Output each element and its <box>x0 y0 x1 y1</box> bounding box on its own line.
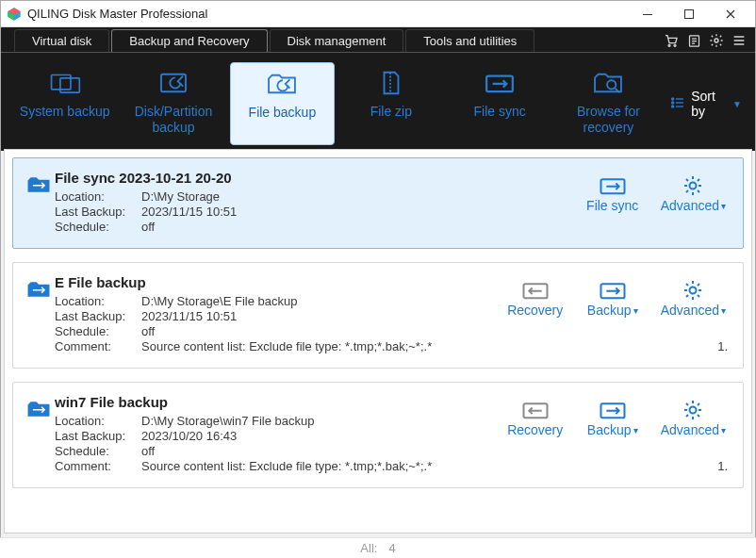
svg-point-5 <box>668 44 670 46</box>
job-card[interactable]: win7 File backup Location:D:\My Storage\… <box>12 382 744 488</box>
window-minimize-button[interactable] <box>627 1 668 27</box>
chevron-down-icon: ▾ <box>633 425 638 435</box>
window-maximize-button[interactable] <box>668 1 710 27</box>
toolbtn-label: File zip <box>370 104 412 120</box>
job-action-advanced[interactable]: Advanced▾ <box>661 278 726 318</box>
browse-recovery-button[interactable]: Browse for recovery <box>556 62 661 145</box>
app-logo-icon <box>7 7 22 22</box>
system-backup-button[interactable]: System backup <box>12 62 117 145</box>
job-card[interactable]: File sync 2023-10-21 20-20 Location:D:\M… <box>12 157 744 249</box>
tab-disk-management[interactable]: Disk management <box>270 29 404 52</box>
location-label: Location: <box>55 189 141 204</box>
advanced-icon <box>682 278 704 303</box>
window-titlebar: QILING Disk Master Professional <box>1 1 755 27</box>
disk-partition-backup-icon <box>157 70 189 96</box>
schedule-label: Schedule: <box>55 444 141 458</box>
job-type-icon <box>26 394 55 474</box>
log-icon[interactable] <box>685 32 702 49</box>
job-type-icon <box>26 170 55 235</box>
job-type-icon <box>26 274 55 354</box>
comment-extra: 1. <box>717 459 728 473</box>
sort-list-icon <box>670 96 685 112</box>
schedule-value: off <box>141 220 728 234</box>
action-label: Backup <box>587 422 632 437</box>
sort-by-button[interactable]: Sort by ▼ <box>668 85 744 123</box>
cart-icon[interactable] <box>663 32 680 49</box>
backup-icon <box>599 398 627 422</box>
sort-by-label: Sort by <box>691 89 727 119</box>
toolbtn-label: File sync <box>474 104 526 120</box>
svg-point-16 <box>672 105 674 107</box>
schedule-label: Schedule: <box>55 324 141 338</box>
file-sync-icon <box>599 173 627 198</box>
tab-virtual-disk[interactable]: Virtual disk <box>14 29 109 52</box>
status-all-label: All: <box>360 541 377 555</box>
job-card[interactable]: E File backup Location:D:\My Storage\E F… <box>12 262 744 369</box>
file-zip-button[interactable]: File zip <box>338 62 443 145</box>
disk-partition-backup-button[interactable]: Disk/Partition backup <box>121 62 225 145</box>
settings-gear-icon[interactable] <box>708 32 725 49</box>
window-close-button[interactable] <box>710 1 751 27</box>
app-chrome: Virtual diskBackup and RecoveryDisk mana… <box>1 27 755 151</box>
job-action-backup[interactable]: Backup▾ <box>583 278 642 318</box>
chevron-down-icon: ▾ <box>721 305 726 316</box>
schedule-label: Schedule: <box>55 220 141 234</box>
job-action-recovery[interactable]: Recovery <box>506 398 565 437</box>
advanced-icon <box>682 173 704 198</box>
svg-point-6 <box>674 44 676 46</box>
location-label: Location: <box>55 294 141 308</box>
file-sync-button[interactable]: File sync <box>447 62 551 145</box>
job-action-file-sync[interactable]: File sync <box>583 173 642 213</box>
job-action-advanced[interactable]: Advanced▾ <box>661 398 726 437</box>
toolbtn-label: File backup <box>249 105 317 121</box>
job-actions: Recovery Backup▾ Advanced▾ <box>506 398 726 437</box>
file-sync-icon <box>484 70 516 96</box>
svg-rect-3 <box>643 14 652 15</box>
last-backup-label: Last Backup: <box>55 205 141 219</box>
recovery-icon <box>521 398 550 422</box>
comment-value: Source content list: Exclude file type: … <box>141 459 714 473</box>
action-label: Recovery <box>507 422 563 437</box>
tabstrip-tools <box>663 29 755 52</box>
browse-recovery-icon <box>592 70 624 96</box>
tab-tools-and-utilities[interactable]: Tools and utilities <box>405 29 534 52</box>
job-action-recovery[interactable]: Recovery <box>506 278 565 318</box>
file-backup-button[interactable]: File backup <box>230 62 335 145</box>
recovery-icon <box>521 278 550 303</box>
backup-icon <box>599 278 627 303</box>
action-label: Backup <box>587 303 632 318</box>
status-count: 4 <box>388 541 395 555</box>
svg-point-18 <box>690 183 697 189</box>
advanced-icon <box>682 398 704 422</box>
window-title: QILING Disk Master Professional <box>27 7 627 21</box>
comment-label: Comment: <box>55 339 141 353</box>
action-label: Advanced <box>661 198 719 213</box>
svg-point-14 <box>672 97 674 99</box>
svg-point-21 <box>690 287 697 294</box>
main-toolbar: System backup Disk/Partition backup File… <box>1 53 755 151</box>
main-tabstrip: Virtual diskBackup and RecoveryDisk mana… <box>1 27 755 52</box>
job-list: File sync 2023-10-21 20-20 Location:D:\M… <box>4 149 752 533</box>
action-label: Advanced <box>661 303 719 318</box>
job-action-backup[interactable]: Backup▾ <box>583 398 642 437</box>
tab-backup-and-recovery[interactable]: Backup and Recovery <box>111 29 267 52</box>
toolbtn-label: Disk/Partition backup <box>124 104 222 136</box>
location-label: Location: <box>55 414 141 428</box>
last-backup-label: Last Backup: <box>55 429 141 443</box>
job-action-advanced[interactable]: Advanced▾ <box>661 173 726 213</box>
svg-rect-4 <box>685 9 694 18</box>
comment-extra: 1. <box>717 339 728 353</box>
file-backup-icon <box>266 71 298 97</box>
chevron-down-icon: ▾ <box>721 425 726 435</box>
system-backup-icon <box>49 70 81 96</box>
chevron-down-icon: ▾ <box>721 201 726 211</box>
svg-point-24 <box>690 407 697 414</box>
toolbtn-label: Browse for recovery <box>560 104 657 136</box>
status-bar: All: 4 <box>0 537 756 558</box>
action-label: Recovery <box>507 303 563 318</box>
job-actions: File sync Advanced▾ <box>583 173 726 213</box>
action-label: Advanced <box>661 422 719 437</box>
menu-icon[interactable] <box>731 32 748 49</box>
svg-point-13 <box>608 80 616 89</box>
file-zip-icon <box>375 70 407 96</box>
